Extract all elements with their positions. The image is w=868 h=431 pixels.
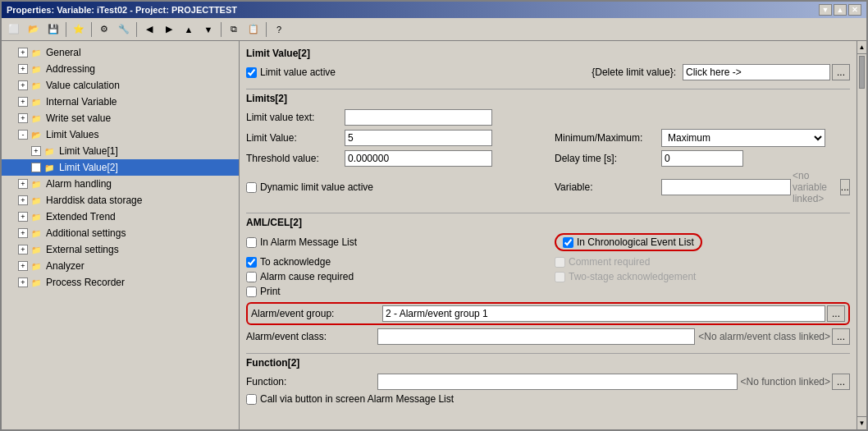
call-via-checkbox[interactable] — [246, 394, 257, 405]
limit-value-input[interactable] — [345, 130, 492, 146]
limit-value-active-checkbox[interactable] — [246, 67, 257, 78]
sidebar-item-addressing[interactable]: + 📁 Addressing — [2, 61, 239, 77]
expand-icon[interactable]: + — [18, 80, 28, 90]
toolbar-btn-paste[interactable]: 📋 — [244, 21, 263, 39]
cel-label[interactable]: In Chronological Event List — [563, 236, 694, 248]
expand-icon[interactable]: + — [31, 146, 41, 156]
limit-value-active-label: Limit value active — [260, 66, 336, 78]
call-via-label[interactable]: Call via button in screen Alarm Message … — [246, 393, 454, 405]
expand-icon[interactable]: + — [31, 163, 41, 172]
toolbar-btn-2[interactable]: 📂 — [25, 21, 43, 39]
function-label: Function: — [246, 376, 377, 387]
toolbar-btn-copy[interactable]: ⧉ — [225, 21, 243, 39]
dynamic-limit-label[interactable]: Dynamic limit value active — [246, 181, 373, 193]
toolbar-sep-5 — [266, 22, 267, 37]
function-dots-button[interactable]: ... — [832, 374, 850, 390]
click-here-input[interactable] — [683, 64, 830, 80]
expand-icon[interactable]: + — [18, 97, 28, 107]
toolbar-btn-7[interactable]: ◀ — [140, 21, 158, 39]
sidebar-item-internal-variable[interactable]: + 📁 Internal Variable — [2, 94, 239, 110]
toolbar-btn-10[interactable]: ▼ — [199, 21, 217, 39]
sidebar-item-analyzer[interactable]: + 📁 Analyzer — [2, 258, 239, 274]
print-text: Print — [260, 286, 281, 297]
variable-input[interactable] — [661, 179, 791, 195]
sidebar-item-limit-value-2[interactable]: + 📁 Limit Value[2] — [2, 159, 239, 176]
print-label[interactable]: Print — [246, 286, 281, 297]
comment-required-label[interactable]: Comment required — [555, 256, 650, 268]
to-acknowledge-checkbox[interactable] — [246, 257, 257, 268]
delay-label: Delay time [s]: — [555, 153, 661, 164]
scroll-up-button[interactable]: ▲ — [857, 41, 866, 54]
cel-checkbox[interactable] — [563, 237, 573, 248]
variable-dots-button[interactable]: ... — [840, 179, 850, 195]
expand-icon[interactable]: + — [18, 195, 28, 205]
function-input[interactable] — [377, 374, 738, 390]
alarm-message-list-label[interactable]: In Alarm Message List — [246, 236, 357, 248]
print-checkbox[interactable] — [246, 287, 257, 297]
sidebar-item-write-set-value[interactable]: + 📁 Write set value — [2, 110, 239, 126]
expand-icon[interactable]: + — [18, 277, 28, 287]
alarm-message-list-checkbox[interactable] — [246, 237, 257, 248]
comment-required-checkbox[interactable] — [555, 257, 565, 268]
aml-left: In Alarm Message List — [246, 236, 541, 248]
min-max-select[interactable]: Maximum Minimum — [661, 129, 825, 147]
delay-input[interactable] — [661, 150, 743, 167]
pin-button[interactable]: ▼ — [819, 4, 832, 16]
toolbar-btn-8[interactable]: ▶ — [160, 21, 178, 39]
toolbar-btn-1[interactable]: ⬜ — [5, 21, 23, 39]
alarm-group-input[interactable] — [382, 305, 825, 322]
restore-button[interactable]: ▲ — [834, 4, 847, 16]
scrollbar[interactable]: ▲ ▼ — [857, 41, 866, 429]
toolbar-btn-6[interactable]: 🔧 — [115, 21, 133, 39]
sidebar-item-value-calculation[interactable]: + 📁 Value calculation — [2, 77, 239, 94]
two-stage-label[interactable]: Two-stage acknowledgement — [555, 271, 696, 282]
alarm-class-input[interactable] — [377, 328, 695, 345]
expand-icon[interactable]: + — [18, 64, 28, 74]
limit-value-active-checkbox-label[interactable]: Limit value active — [246, 66, 336, 78]
toolbar-btn-5[interactable]: ⚙ — [95, 21, 113, 39]
section-function: Function[2] Function: <No function linke… — [246, 357, 850, 405]
sidebar-item-general[interactable]: + 📁 General — [2, 44, 239, 61]
alarm-class-dots-button[interactable]: ... — [832, 328, 850, 345]
sidebar-item-limit-values[interactable]: - 📂 Limit Values — [2, 126, 239, 143]
save-icon: 💾 — [48, 24, 59, 34]
alarm-cause-checkbox[interactable] — [246, 272, 257, 282]
scroll-down-button[interactable]: ▼ — [857, 416, 866, 429]
sidebar-item-alarm-handling[interactable]: + 📁 Alarm handling — [2, 176, 239, 192]
expand-icon[interactable]: + — [18, 212, 28, 222]
sidebar-label-additional-settings: Additional settings — [46, 227, 126, 239]
dynamic-limit-checkbox[interactable] — [246, 182, 257, 193]
two-stage-checkbox[interactable] — [555, 272, 565, 282]
dynamic-limit-right: Variable: <no variable linked> ... — [555, 170, 850, 204]
threshold-label: Threshold value: — [246, 153, 345, 164]
toolbar-btn-9[interactable]: ▲ — [180, 21, 198, 39]
limit-text-input[interactable] — [345, 109, 492, 126]
to-acknowledge-label[interactable]: To acknowledge — [246, 256, 331, 268]
expand-icon[interactable]: + — [18, 179, 28, 189]
toolbar: ⬜ 📂 💾 ⭐ ⚙ 🔧 ◀ ▶ ▲ ▼ — [2, 18, 866, 41]
expand-icon[interactable]: + — [18, 261, 28, 271]
expand-icon[interactable]: - — [18, 130, 28, 140]
sidebar-item-external-settings[interactable]: + 📁 External settings — [2, 241, 239, 258]
toolbar-btn-3[interactable]: 💾 — [44, 21, 62, 39]
min-max-label: Minimum/Maximum: — [555, 132, 661, 144]
expand-icon[interactable]: + — [18, 113, 28, 123]
threshold-input[interactable] — [345, 150, 492, 167]
toolbar-btn-help[interactable]: ? — [270, 21, 288, 39]
sidebar-item-process-recorder[interactable]: + 📁 Process Recorder — [2, 274, 239, 291]
expand-icon[interactable]: + — [18, 245, 28, 254]
scroll-thumb[interactable] — [859, 56, 865, 89]
sidebar-item-limit-value-1[interactable]: + 📁 Limit Value[1] — [2, 143, 239, 159]
sidebar-item-extended-trend[interactable]: + 📁 Extended Trend — [2, 209, 239, 225]
expand-icon[interactable]: + — [18, 228, 28, 238]
click-here-dots-button[interactable]: ... — [832, 64, 850, 80]
folder-icon: 📁 — [43, 144, 56, 158]
folder-icon: 📁 — [43, 161, 56, 174]
toolbar-btn-4[interactable]: ⭐ — [70, 21, 88, 39]
close-button[interactable]: ✕ — [848, 4, 861, 16]
alarm-cause-label[interactable]: Alarm cause required — [246, 271, 354, 282]
sidebar-item-harddisk[interactable]: + 📁 Harddisk data storage — [2, 192, 239, 209]
expand-icon[interactable]: + — [18, 48, 28, 57]
sidebar-item-additional-settings[interactable]: + 📁 Additional settings — [2, 225, 239, 241]
alarm-group-dots-button[interactable]: ... — [827, 305, 845, 322]
